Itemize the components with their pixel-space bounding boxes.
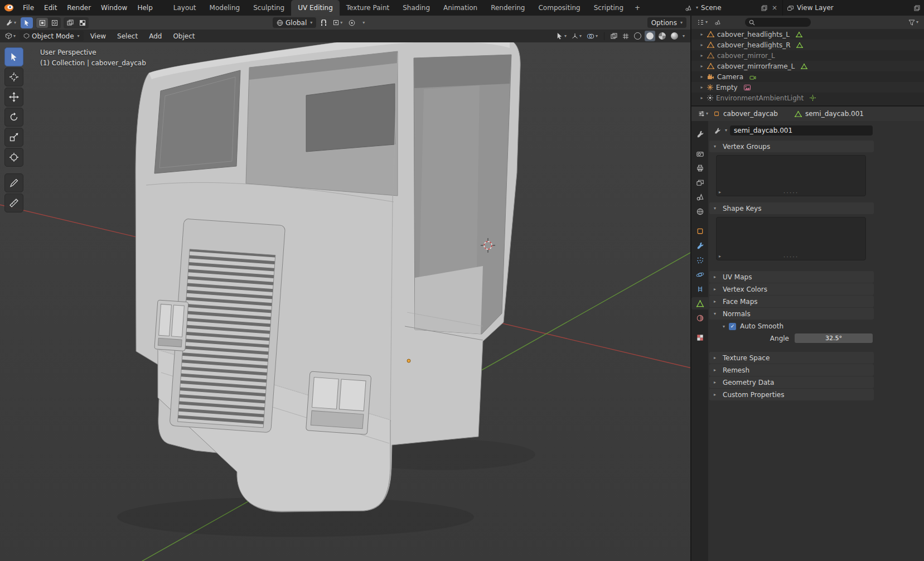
panel-custom-properties[interactable]: ▸ Custom Properties	[709, 389, 874, 400]
tab-modeling[interactable]: Modeling	[203, 0, 247, 16]
menu-select[interactable]: Select	[113, 30, 142, 42]
menu-help[interactable]: Help	[132, 0, 157, 16]
menu-view[interactable]: View	[86, 30, 110, 42]
viewport-canvas[interactable]: User Perspective (1) Collection | cabove…	[0, 42, 690, 561]
shading-dropdown-icon[interactable]: ▾	[683, 34, 685, 38]
tab-layout[interactable]: Layout	[167, 0, 203, 16]
view-layer-selector[interactable]: View Layer	[782, 0, 924, 16]
add-workspace-button[interactable]: +	[630, 0, 645, 16]
panel-disclosure-icon[interactable]: ▾	[714, 206, 718, 211]
panel-disclosure-icon[interactable]: ▸	[714, 299, 718, 304]
disclosure-icon[interactable]: ▸	[699, 74, 704, 79]
panel-vertex-colors[interactable]: ▸ Vertex Colors	[709, 283, 874, 295]
panel-geometry-data[interactable]: ▸ Geometry Data	[709, 376, 874, 388]
blender-logo-icon[interactable]	[0, 0, 18, 16]
tab-texture-paint[interactable]: Texture Paint	[340, 0, 396, 16]
tab-view-layer[interactable]	[691, 176, 708, 188]
modifier-wrench-icon[interactable]	[714, 127, 721, 134]
panel-texture-space[interactable]: ▸ Texture Space	[709, 352, 874, 364]
shading-solid-button[interactable]	[645, 31, 655, 41]
mask-overlap-icon[interactable]	[64, 18, 76, 28]
tab-scripting[interactable]: Scripting	[587, 0, 630, 16]
disclosure-icon[interactable]: ▸	[699, 53, 704, 58]
mesh-data-icon[interactable]	[796, 32, 802, 37]
snap-settings-dropdown[interactable]: ▾	[331, 17, 344, 28]
disclosure-icon[interactable]: ▸	[699, 95, 704, 100]
shading-rendered-button[interactable]	[669, 31, 680, 41]
auto-smooth-checkbox[interactable]: ✓	[729, 323, 736, 330]
panel-disclosure-icon[interactable]: ▸	[714, 380, 718, 385]
mesh-data-icon[interactable]	[796, 42, 803, 48]
menu-edit[interactable]: Edit	[39, 0, 62, 16]
proportional-falloff-dropdown[interactable]: ▾	[360, 17, 366, 28]
tab-tool[interactable]	[691, 128, 708, 140]
outliner-editor-type-dropdown[interactable]: ▾	[695, 17, 709, 28]
panel-normals[interactable]: ▾ Normals	[709, 308, 874, 320]
tool-cursor[interactable]	[4, 67, 23, 86]
toggle-xray-button[interactable]	[609, 31, 619, 41]
tab-output[interactable]	[691, 162, 708, 174]
object-visibility-dropdown[interactable]: ▾	[554, 31, 568, 41]
new-view-layer-icon[interactable]	[913, 4, 921, 12]
tab-modifiers[interactable]	[691, 239, 708, 252]
panel-disclosure-icon[interactable]: ▸	[714, 392, 718, 397]
mask-checker-icon[interactable]	[76, 18, 88, 28]
menu-object[interactable]: Object	[168, 30, 199, 42]
tab-world[interactable]	[691, 205, 708, 217]
panel-vertex-groups[interactable]: ▾ Vertex Groups	[709, 141, 874, 152]
panel-disclosure-icon[interactable]: ▸	[714, 274, 718, 279]
tool-scale[interactable]	[4, 128, 23, 147]
menu-render[interactable]: Render	[62, 0, 96, 16]
tab-scene[interactable]	[691, 191, 708, 203]
shading-wireframe-button[interactable]	[632, 31, 643, 41]
list-resize-grip[interactable]: ·····	[783, 254, 799, 260]
menu-add[interactable]: Add	[144, 30, 166, 42]
tab-compositing[interactable]: Compositing	[531, 0, 587, 16]
outliner-item-cabover-mirrorframe-l[interactable]: ▸ cabover_mirrorframe_L	[691, 61, 924, 71]
tab-object[interactable]	[691, 225, 708, 237]
search-input[interactable]	[757, 18, 807, 27]
panel-remesh[interactable]: ▸ Remesh	[709, 364, 874, 376]
panel-face-maps[interactable]: ▸ Face Maps	[709, 296, 874, 307]
menu-file[interactable]: File	[18, 0, 39, 16]
panel-disclosure-icon[interactable]: ▸	[714, 355, 718, 360]
options-dropdown[interactable]: Options ▾	[647, 17, 686, 28]
editor-type-dropdown[interactable]: ▾	[3, 31, 17, 41]
panel-disclosure-icon[interactable]: ▸	[714, 287, 718, 292]
tab-animation[interactable]: Animation	[437, 0, 484, 16]
outliner-search-box[interactable]	[745, 18, 811, 27]
panel-uv-maps[interactable]: ▸ UV Maps	[709, 271, 874, 283]
proportional-editing-button[interactable]	[347, 17, 357, 28]
outliner-item-empty[interactable]: ▸ Empty	[691, 82, 924, 93]
disclosure-icon[interactable]: ▸	[699, 32, 704, 37]
image-data-icon[interactable]	[744, 85, 751, 90]
outliner-item-cabover-headlights-l[interactable]: ▸ cabover_headlights_L	[691, 29, 924, 40]
outliner-display-mode-icon[interactable]	[713, 17, 723, 28]
properties-editor-type-dropdown[interactable]: ▾	[696, 109, 710, 119]
panel-disclosure-icon[interactable]: ▾	[714, 311, 718, 316]
scene-selector[interactable]: ▾ Scene ×	[681, 0, 782, 16]
outliner-item-cabover-headlights-r[interactable]: ▸ cabover_headlights_R	[691, 40, 924, 50]
transform-orientation-dropdown[interactable]: Global ▾	[273, 17, 316, 28]
mask-square-icon[interactable]	[36, 18, 48, 28]
active-tool-select-button[interactable]	[21, 17, 33, 28]
tool-rotate[interactable]	[4, 108, 23, 127]
tool-measure[interactable]	[4, 194, 23, 212]
snap-toggle-button[interactable]	[319, 17, 328, 28]
list-filter-disclosure-icon[interactable]: ▸	[719, 254, 721, 259]
tool-annotate[interactable]	[4, 173, 23, 192]
tab-constraints[interactable]	[691, 283, 708, 295]
list-resize-grip[interactable]: ·····	[783, 190, 799, 196]
breadcrumb-data-name[interactable]: semi_daycab.001	[805, 110, 864, 118]
outliner-item-environment-ambient-light[interactable]: ▸ EnvironmentAmbientLight	[691, 93, 924, 103]
tool-transform[interactable]	[4, 148, 23, 167]
outliner-item-camera[interactable]: ▸ Camera	[691, 71, 924, 82]
mask-circle-icon[interactable]	[49, 18, 60, 28]
breadcrumb-object-name[interactable]: cabover_daycab	[723, 110, 778, 118]
disclosure-icon[interactable]: ▸	[699, 42, 704, 47]
camera-data-icon[interactable]	[749, 74, 756, 80]
outliner-item-cabover-mirror-l[interactable]: ▸ cabover_mirror_L	[691, 50, 924, 61]
light-data-icon[interactable]	[810, 95, 816, 101]
mesh-data-icon[interactable]	[801, 64, 807, 69]
tab-texture[interactable]	[691, 331, 708, 344]
